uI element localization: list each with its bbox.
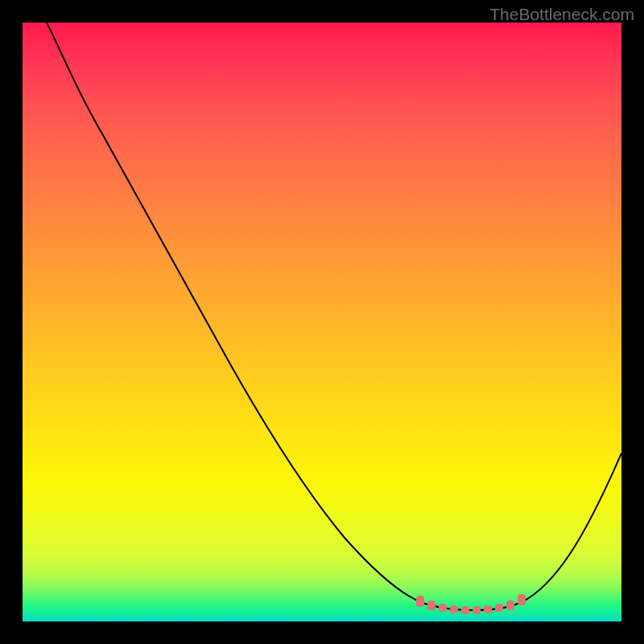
chart-plot-area [23, 23, 621, 621]
marker-dot [416, 596, 424, 607]
optimal-zone-markers [416, 594, 526, 614]
marker-dot [484, 605, 492, 613]
marker-dot [450, 605, 458, 613]
marker-dot [495, 604, 503, 612]
marker-dot [427, 601, 436, 610]
bottleneck-curve-line [47, 23, 621, 610]
marker-dot [518, 594, 526, 605]
marker-dot [439, 604, 447, 612]
chart-svg [23, 23, 621, 621]
marker-dot [506, 601, 514, 610]
marker-dot [461, 606, 469, 614]
watermark-text: TheBottleneck.com [489, 5, 634, 24]
marker-dot [473, 606, 481, 614]
